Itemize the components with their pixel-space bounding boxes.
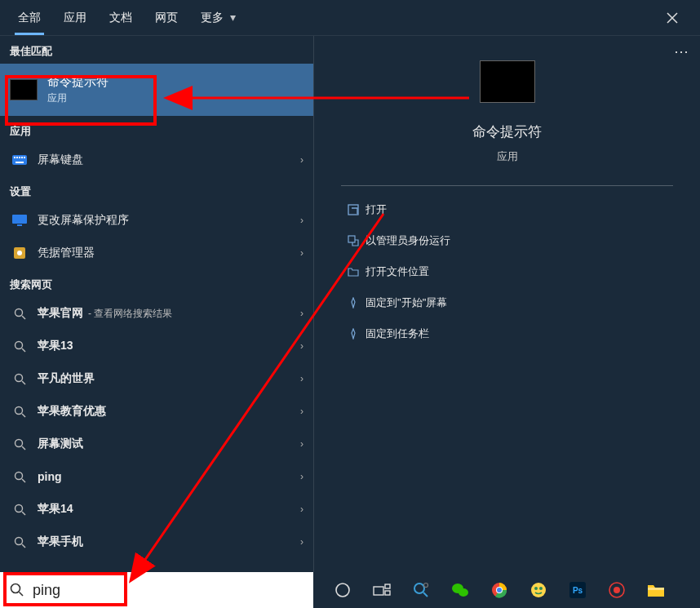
- best-match-subtitle: 应用: [47, 91, 109, 105]
- photoshop-icon[interactable]: Ps: [568, 580, 587, 600]
- chevron-right-icon: ›: [300, 340, 303, 352]
- taskbar: Ps: [313, 572, 700, 608]
- action-pin-start[interactable]: 固定到"开始"屏幕: [341, 287, 673, 318]
- svg-point-16: [15, 472, 22, 479]
- keyboard-icon: [10, 155, 29, 165]
- settings-search-icon[interactable]: [411, 580, 431, 600]
- svg-point-35: [539, 587, 543, 590]
- app-icon-green[interactable]: [529, 580, 548, 600]
- result-label: 屏幕键盘: [38, 153, 83, 167]
- svg-rect-20: [348, 236, 355, 242]
- preview-divider: [341, 185, 673, 186]
- search-icon: [10, 373, 29, 385]
- record-icon[interactable]: [607, 580, 627, 600]
- result-label: 凭据管理器: [38, 246, 95, 260]
- web-result[interactable]: ping ›: [0, 460, 313, 493]
- svg-point-11: [15, 308, 22, 316]
- web-result[interactable]: 苹果官网 - 查看网络搜索结果 ›: [0, 297, 313, 330]
- cmd-prompt-icon: [10, 79, 38, 100]
- web-result[interactable]: 苹果13 ›: [0, 330, 313, 362]
- action-run-as-admin[interactable]: 以管理员身份运行: [341, 225, 673, 256]
- folder-icon: [341, 267, 366, 277]
- close-button[interactable]: [659, 8, 685, 28]
- preview-actions: 打开 以管理员身份运行 打开文件位置 固定到"开始"屏幕 固定到任务栏: [341, 194, 673, 349]
- chevron-right-icon: ›: [300, 536, 303, 548]
- chrome-icon[interactable]: [490, 580, 509, 600]
- web-result[interactable]: 苹果手机 ›: [0, 526, 313, 558]
- result-sublabel: - 查看网络搜索结果: [88, 307, 172, 321]
- wechat-icon[interactable]: [450, 580, 470, 600]
- result-credential-manager[interactable]: 凭据管理器 ›: [0, 237, 313, 269]
- search-icon: [10, 438, 29, 450]
- svg-rect-7: [12, 215, 27, 224]
- action-open-location[interactable]: 打开文件位置: [341, 256, 673, 287]
- action-open[interactable]: 打开: [341, 194, 673, 225]
- web-result[interactable]: 平凡的世界 ›: [0, 362, 313, 395]
- svg-rect-5: [24, 157, 25, 158]
- chevron-right-icon: ›: [300, 406, 303, 417]
- svg-point-13: [15, 374, 22, 381]
- task-view-icon[interactable]: [372, 580, 392, 600]
- tab-web[interactable]: 网页: [144, 1, 189, 35]
- close-icon: [666, 11, 679, 24]
- tab-all[interactable]: 全部: [7, 1, 52, 35]
- svg-point-21: [11, 584, 20, 593]
- file-explorer-icon[interactable]: [646, 580, 666, 600]
- result-label: 苹果13: [38, 339, 73, 353]
- svg-text:Ps: Ps: [573, 586, 583, 595]
- svg-point-15: [15, 439, 22, 446]
- svg-rect-25: [385, 591, 390, 595]
- action-label: 打开文件位置: [366, 264, 429, 279]
- result-label: 屏幕测试: [38, 437, 83, 451]
- best-match-result[interactable]: 命令提示符 应用: [0, 64, 313, 116]
- tab-apps[interactable]: 应用: [52, 1, 98, 35]
- search-box[interactable]: [0, 572, 313, 608]
- svg-point-26: [414, 584, 424, 593]
- result-on-screen-keyboard[interactable]: 屏幕键盘 ›: [0, 144, 313, 176]
- action-label: 打开: [366, 202, 387, 217]
- svg-rect-1: [14, 157, 16, 158]
- svg-point-34: [534, 587, 538, 590]
- shield-admin-icon: [341, 235, 366, 246]
- web-result[interactable]: 苹果14 ›: [0, 493, 313, 526]
- tab-more-label: 更多: [201, 11, 224, 24]
- chevron-right-icon: ›: [300, 504, 303, 515]
- chevron-right-icon: ›: [300, 373, 303, 384]
- svg-point-29: [459, 588, 468, 597]
- search-input[interactable]: [33, 582, 303, 599]
- more-options-button[interactable]: ⋯: [674, 42, 689, 60]
- svg-point-27: [424, 584, 428, 588]
- result-screensaver-settings[interactable]: 更改屏幕保护程序 ›: [0, 204, 313, 237]
- search-icon: [10, 406, 29, 418]
- pin-start-icon: [341, 297, 366, 308]
- svg-rect-6: [16, 162, 24, 163]
- action-label: 固定到任务栏: [366, 326, 429, 341]
- svg-point-33: [531, 583, 546, 597]
- svg-rect-40: [648, 588, 664, 590]
- section-settings: 设置: [0, 176, 313, 204]
- action-pin-taskbar[interactable]: 固定到任务栏: [341, 318, 673, 349]
- search-filter-tabs: 全部 应用 文档 网页 更多 ▾: [0, 0, 700, 36]
- pin-taskbar-icon: [341, 328, 366, 340]
- result-label: 苹果手机: [38, 535, 83, 549]
- svg-point-39: [614, 587, 620, 593]
- chevron-right-icon: ›: [300, 215, 303, 226]
- cortana-icon[interactable]: [333, 580, 352, 600]
- search-icon: [10, 340, 29, 353]
- web-result[interactable]: 苹果教育优惠 ›: [0, 395, 313, 428]
- section-web: 搜索网页: [0, 269, 313, 297]
- tab-more[interactable]: 更多 ▾: [189, 1, 247, 35]
- action-label: 固定到"开始"屏幕: [366, 295, 447, 310]
- svg-point-12: [15, 341, 22, 348]
- svg-rect-2: [16, 157, 18, 158]
- search-icon: [10, 471, 29, 483]
- credential-icon: [10, 246, 29, 260]
- result-label: 苹果教育优惠: [38, 404, 106, 419]
- web-result[interactable]: 屏幕测试 ›: [0, 428, 313, 460]
- chevron-down-icon: ▾: [230, 11, 236, 24]
- section-best-match: 最佳匹配: [0, 36, 313, 64]
- svg-point-32: [497, 588, 502, 592]
- action-label: 以管理员身份运行: [366, 233, 450, 248]
- search-icon: [10, 536, 29, 548]
- tab-documents[interactable]: 文档: [98, 1, 144, 35]
